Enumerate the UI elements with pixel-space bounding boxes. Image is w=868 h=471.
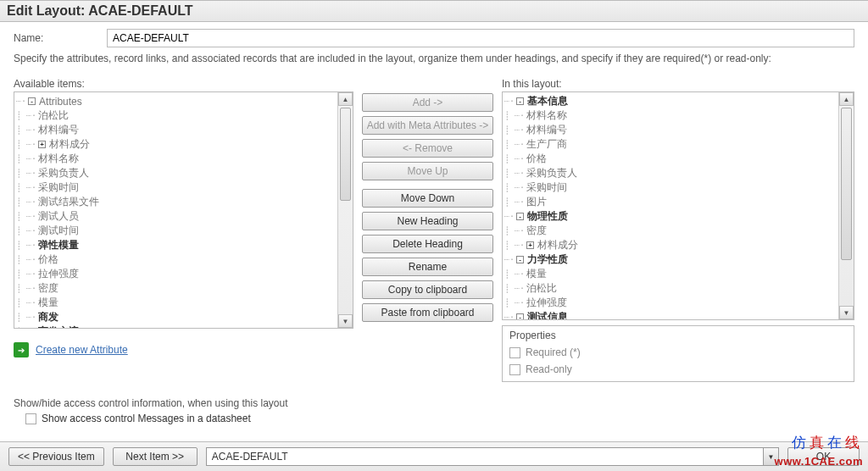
tree-node[interactable]: ┊ ┈·图片 xyxy=(504,195,837,209)
copy-button[interactable]: Copy to clipboard xyxy=(362,280,493,299)
tree-node-label: 拉伸强度 xyxy=(526,296,567,310)
tree-node[interactable]: ┈·-物理性质 xyxy=(504,209,837,224)
arrow-right-icon: ➔ xyxy=(14,342,29,357)
tree-node[interactable]: ┊ ┈·密度 xyxy=(16,281,336,296)
tree-node-label: 采购负责人 xyxy=(38,166,89,180)
tree-node-label: Attributes xyxy=(39,96,82,108)
tree-node[interactable]: ┊ ┈·价格 xyxy=(504,152,837,166)
tree-node-label: 弹性模量 xyxy=(38,238,79,252)
collapse-icon[interactable]: - xyxy=(516,97,524,105)
tree-node-label: 材料成分 xyxy=(537,238,578,252)
tree-node[interactable]: ┊ ┈·模量 xyxy=(16,296,336,310)
tree-node-label: 密度 xyxy=(526,224,547,238)
tree-node[interactable]: ┊ ┈·生产厂商 xyxy=(504,137,837,152)
scroll-thumb[interactable] xyxy=(841,108,852,260)
tree-node-label: 泊松比 xyxy=(38,108,69,123)
scroll-up-icon[interactable]: ▲ xyxy=(839,92,854,106)
tree-node-label: 拉伸强度 xyxy=(38,267,79,281)
show-access-messages-checkbox[interactable] xyxy=(25,413,36,424)
tree-node-label: 模量 xyxy=(526,267,547,281)
available-items-label: Available items: xyxy=(14,78,353,90)
show-hide-text: Show/hide access control information, wh… xyxy=(14,397,854,409)
tree-node[interactable]: ┊ ┈·泊松比 xyxy=(504,281,837,296)
tree-node-label: 测试时间 xyxy=(38,224,79,238)
layout-select-value: ACAE-DEFAULT xyxy=(212,451,288,463)
tree-node[interactable]: ┊ ┈·商发 xyxy=(16,310,336,324)
create-attribute-link[interactable]: Create new Attribute xyxy=(36,344,128,356)
available-items-tree[interactable]: ┈·-Attributes┊ ┈·泊松比┊ ┈·材料编号┊ ┈·+材料成分┊ ┈… xyxy=(14,91,353,329)
tree-node[interactable]: ┊ ┈·拉伸强度 xyxy=(504,296,837,310)
properties-title: Properties xyxy=(509,330,847,341)
tree-node[interactable]: ┊ ┈·采购时间 xyxy=(504,180,837,195)
new-heading-button[interactable]: New Heading xyxy=(362,212,493,230)
watermark-url: www.1CAE.com xyxy=(775,455,863,468)
next-item-button[interactable]: Next Item >> xyxy=(113,447,198,466)
layout-select[interactable]: ACAE-DEFAULT ▼ xyxy=(206,447,779,466)
previous-item-button[interactable]: << Previous Item xyxy=(8,447,104,466)
show-access-messages-label: Show access control Messages in a datash… xyxy=(42,413,251,424)
tree-node-label: 测试人员 xyxy=(38,209,79,224)
tree-node[interactable]: ┊ ┈·弹性模量 xyxy=(16,238,336,252)
tree-node[interactable]: ┊ ┈·密度 xyxy=(504,224,837,238)
tree-node[interactable]: ┊ ┈·商发交流 xyxy=(16,324,336,328)
tree-node-label: 生产厂商 xyxy=(526,137,567,152)
tree-node[interactable]: ┊ ┈·价格 xyxy=(16,252,336,267)
scroll-down-icon[interactable]: ▼ xyxy=(839,306,854,319)
tree-node[interactable]: ┊ ┈·材料编号 xyxy=(504,123,837,137)
scrollbar-right[interactable]: ▲ ▼ xyxy=(838,92,854,319)
expand-icon[interactable]: + xyxy=(38,141,46,148)
tree-node[interactable]: ┈·-力学性质 xyxy=(504,252,837,267)
tree-node-label: 材料编号 xyxy=(526,123,567,137)
tree-node[interactable]: ┊ ┈·采购负责人 xyxy=(16,166,336,180)
paste-button[interactable]: Paste from clipboard xyxy=(362,303,493,322)
tree-node-label: 采购负责人 xyxy=(526,166,577,180)
required-label: Required (*) xyxy=(526,346,581,358)
in-layout-tree[interactable]: ┈·-基本信息┊ ┈·材料名称┊ ┈·材料编号┊ ┈·生产厂商┊ ┈·价格┊ ┈… xyxy=(502,91,854,320)
expand-icon[interactable]: + xyxy=(526,241,534,249)
scroll-thumb[interactable] xyxy=(340,108,351,201)
name-label: Name: xyxy=(14,32,107,44)
tree-node-label: 材料名称 xyxy=(526,108,567,123)
collapse-icon[interactable]: - xyxy=(516,256,524,263)
move-up-button: Move Up xyxy=(362,162,493,180)
tree-node[interactable]: ┊ ┈·测试人员 xyxy=(16,209,336,224)
tree-node-label: 采购时间 xyxy=(38,180,79,195)
in-layout-label: In this layout: xyxy=(502,78,854,90)
properties-panel: Properties Required (*) Read-only xyxy=(502,325,854,382)
tree-node-label: 图片 xyxy=(526,195,547,209)
tree-node[interactable]: ┊ ┈·+材料成分 xyxy=(16,137,336,152)
tree-node[interactable]: ┊ ┈·+材料成分 xyxy=(504,238,837,252)
tree-node[interactable]: ┊ ┈·泊松比 xyxy=(16,108,336,123)
collapse-icon[interactable]: - xyxy=(516,313,524,319)
watermark-text: 仿真在线 xyxy=(792,433,863,452)
required-checkbox[interactable] xyxy=(509,347,520,358)
tree-node[interactable]: ┊ ┈·材料名称 xyxy=(504,108,837,123)
tree-node-label: 材料名称 xyxy=(38,152,79,166)
tree-node[interactable]: ┊ ┈·材料编号 xyxy=(16,123,336,137)
tree-node[interactable]: ┊ ┈·采购时间 xyxy=(16,180,336,195)
collapse-icon[interactable]: - xyxy=(516,213,524,220)
tree-node[interactable]: ┈·-Attributes xyxy=(16,94,336,108)
tree-node[interactable]: ┈·-基本信息 xyxy=(504,94,837,108)
tree-node[interactable]: ┊ ┈·采购负责人 xyxy=(504,166,837,180)
name-input[interactable] xyxy=(107,29,854,47)
tree-node[interactable]: ┊ ┈·拉伸强度 xyxy=(16,267,336,281)
tree-node-label: 材料成分 xyxy=(49,137,90,152)
tree-node-label: 力学性质 xyxy=(527,252,568,267)
footer-bar: << Previous Item Next Item >> ACAE-DEFAU… xyxy=(0,441,868,471)
move-down-button[interactable]: Move Down xyxy=(362,189,493,208)
scroll-down-icon[interactable]: ▼ xyxy=(338,314,353,328)
tree-node-label: 物理性质 xyxy=(527,209,568,224)
collapse-icon[interactable]: - xyxy=(28,97,36,105)
tree-node[interactable]: ┊ ┈·测试时间 xyxy=(16,224,336,238)
tree-node-label: 材料编号 xyxy=(38,123,79,137)
readonly-checkbox[interactable] xyxy=(509,364,520,375)
rename-button[interactable]: Rename xyxy=(362,258,493,276)
delete-heading-button[interactable]: Delete Heading xyxy=(362,235,493,253)
tree-node[interactable]: ┊ ┈·模量 xyxy=(504,267,837,281)
scrollbar-left[interactable]: ▲ ▼ xyxy=(337,92,353,328)
tree-node[interactable]: ┈·-测试信息 xyxy=(504,310,837,319)
tree-node[interactable]: ┊ ┈·测试结果文件 xyxy=(16,195,336,209)
tree-node[interactable]: ┊ ┈·材料名称 xyxy=(16,152,336,166)
scroll-up-icon[interactable]: ▲ xyxy=(338,92,353,106)
